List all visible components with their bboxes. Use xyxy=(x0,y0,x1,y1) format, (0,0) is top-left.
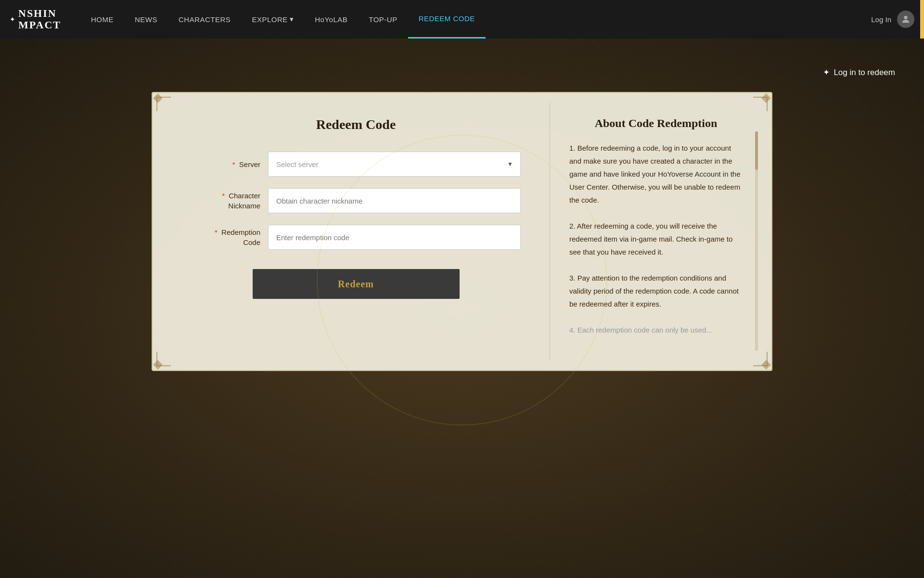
star-icon: ✦ xyxy=(823,67,830,77)
required-indicator-2: * xyxy=(222,192,225,200)
nav-redeem-code[interactable]: REDEEM CODE xyxy=(408,0,486,39)
character-nickname-label: * CharacterNickname xyxy=(191,191,268,211)
right-panel: About Code Redemption 1. Before redeemin… xyxy=(550,103,762,360)
required-indicator: * xyxy=(232,160,235,168)
redeem-title: Redeem Code xyxy=(316,117,396,132)
nav-news[interactable]: NEWS xyxy=(124,0,168,39)
character-nickname-input[interactable] xyxy=(268,188,521,213)
nav-links: HOME NEWS CHARACTERS EXPLORE ▾ HoYoLAB T… xyxy=(80,0,871,39)
server-label: * Server xyxy=(191,159,268,169)
nav-right: Log In xyxy=(871,11,914,28)
login-to-redeem-link[interactable]: ✦ Log in to redeem xyxy=(823,67,895,77)
nav-hoyolab[interactable]: HoYoLAB xyxy=(304,0,358,39)
nav-characters[interactable]: CHARACTERS xyxy=(168,0,241,39)
nav-topup[interactable]: TOP-UP xyxy=(358,0,408,39)
svg-point-0 xyxy=(904,16,907,19)
nav-explore[interactable]: EXPLORE ▾ xyxy=(241,0,304,39)
scrollbar-track[interactable] xyxy=(755,131,758,351)
login-button[interactable]: Log In xyxy=(871,15,891,24)
user-avatar[interactable] xyxy=(897,11,914,28)
logo-star: ✦ xyxy=(10,15,15,24)
server-select[interactable]: Select server America Europe Asia TW/HK/… xyxy=(268,152,521,177)
character-nickname-group: * CharacterNickname xyxy=(191,188,521,213)
chevron-down-icon: ▾ xyxy=(290,15,294,24)
redemption-code-input[interactable] xyxy=(268,225,521,250)
about-title: About Code Redemption xyxy=(569,117,743,130)
scrollbar-thumb[interactable] xyxy=(755,131,758,170)
redemption-code-label: * RedemptionCode xyxy=(191,227,268,247)
redeem-card: Redeem Code * Server Select server Ameri… xyxy=(152,92,772,371)
left-panel: Redeem Code * Server Select server Ameri… xyxy=(162,103,550,360)
logo-text: NSHIN MPACT xyxy=(18,8,61,31)
server-field-group: * Server Select server America Europe As… xyxy=(191,152,521,177)
server-select-wrapper: Select server America Europe Asia TW/HK/… xyxy=(268,152,521,177)
accent-bar xyxy=(920,0,924,39)
about-text: 1. Before redeeming a code, log in to yo… xyxy=(569,141,743,336)
required-indicator-3: * xyxy=(215,228,218,236)
navigation: ✦ NSHIN MPACT HOME NEWS CHARACTERS EXPLO… xyxy=(0,0,924,39)
redeem-button[interactable]: Redeem xyxy=(253,269,460,299)
nav-home[interactable]: HOME xyxy=(80,0,124,39)
logo[interactable]: ✦ NSHIN MPACT xyxy=(10,8,61,31)
redemption-code-group: * RedemptionCode xyxy=(191,225,521,250)
hero-section: ✦ Log in to redeem Redeem Code * Server xyxy=(0,39,924,578)
